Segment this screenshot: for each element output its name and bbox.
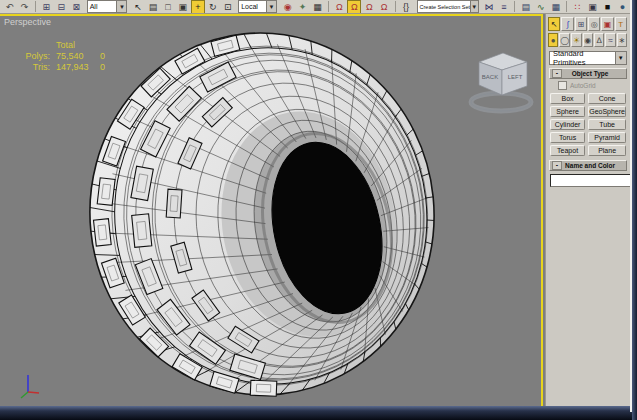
chevron-down-icon[interactable]: ▼	[266, 1, 276, 12]
bind-to-space-warp-icon[interactable]: ⊠	[69, 0, 83, 14]
toolbar-separator	[328, 1, 329, 12]
select-object-icon[interactable]: ↖	[131, 0, 145, 14]
window-bottom-edge	[0, 406, 637, 420]
tab-create[interactable]: ↖	[548, 17, 560, 31]
tris-label: Tris:	[16, 62, 50, 73]
mirror-icon[interactable]: ⋈	[482, 0, 496, 14]
box-button[interactable]: Box	[550, 93, 585, 104]
tab-modify[interactable]: ∫	[561, 17, 573, 31]
rendered-frame-icon[interactable]: ■	[601, 0, 615, 14]
create-categories: ●◯☀◉∆≈∗	[546, 32, 630, 48]
selection-filter-dropdown[interactable]: All▼	[87, 0, 128, 13]
teapot-button[interactable]: Teapot	[550, 145, 585, 156]
toolbar-separator	[35, 1, 36, 12]
category-cameras[interactable]: ◉	[583, 33, 593, 47]
unlink-selection-icon[interactable]: ⊟	[54, 0, 68, 14]
reference-coordinate-dropdown[interactable]: Local▼	[238, 0, 277, 13]
tris-selected: 0	[100, 62, 122, 73]
select-and-manipulate-icon[interactable]: ✦	[296, 0, 310, 14]
snap-toggle-3d-icon[interactable]: Ω	[332, 0, 346, 14]
tab-motion[interactable]: ◎	[588, 17, 600, 31]
render-production-icon[interactable]: ●	[616, 0, 630, 14]
category-space-warps[interactable]: ≈	[605, 33, 615, 47]
select-by-name-icon[interactable]: ▤	[146, 0, 160, 14]
torus-button[interactable]: Torus	[550, 132, 585, 143]
world-axis-tripod	[14, 370, 46, 402]
chevron-down-icon[interactable]: ▼	[615, 52, 626, 64]
viewcube-back-label[interactable]: BACK	[482, 74, 498, 80]
collapse-icon[interactable]: -	[552, 69, 562, 78]
stats-tris-row: Tris: 147,943 0	[16, 62, 122, 73]
spinner-snap-icon[interactable]: Ω	[377, 0, 391, 14]
cylinder-button[interactable]: Cylinder	[550, 119, 585, 130]
tab-hierarchy[interactable]: ⊞	[575, 17, 587, 31]
object-name-input[interactable]	[550, 174, 637, 187]
chevron-down-icon[interactable]: ▼	[116, 1, 126, 12]
select-and-rotate-icon[interactable]: ↻	[206, 0, 220, 14]
curve-editor-icon[interactable]: ∿	[534, 0, 548, 14]
select-and-move-icon[interactable]: +	[191, 0, 205, 14]
tris-total: 147,943	[56, 62, 100, 73]
select-and-scale-icon[interactable]: ⊡	[221, 0, 235, 14]
geosphere-button[interactable]: GeoSphere	[588, 106, 626, 117]
stats-total-header: Total	[56, 40, 100, 51]
rollout-title: Object Type	[564, 70, 616, 77]
polys-label: Polys:	[16, 51, 50, 62]
window-crossing-icon[interactable]: ▣	[176, 0, 190, 14]
plane-button[interactable]: Plane	[588, 145, 626, 156]
selection-filter-dropdown-value: All	[90, 3, 98, 10]
polys-total: 75,540	[56, 51, 100, 62]
command-panel: ↖∫⊞◎▣T ●◯☀◉∆≈∗ Standard Primitives ▼ - O…	[545, 14, 630, 408]
tab-utilities[interactable]: T	[615, 17, 627, 31]
redo-icon[interactable]: ↷	[17, 0, 31, 14]
toolbar-separator	[566, 1, 567, 12]
percent-snap-icon[interactable]: Ω	[362, 0, 376, 14]
named-selection-set-dropdown[interactable]: Create Selection Set▼	[417, 0, 479, 13]
edit-named-selections-icon[interactable]: {}	[399, 0, 413, 14]
polys-selected: 0	[100, 51, 122, 62]
render-setup-icon[interactable]: ▣	[586, 0, 600, 14]
category-geometry[interactable]: ●	[548, 33, 558, 47]
category-systems[interactable]: ∗	[617, 33, 627, 47]
named-selection-set-dropdown-value: Create Selection Set	[420, 4, 470, 10]
3ds-max-window: ↶↷⊞⊟⊠All▼↖▤□▣+↻⊡Local▼◉✦▦ΩΩΩΩ{}Create Se…	[0, 0, 637, 420]
select-and-link-icon[interactable]: ⊞	[39, 0, 53, 14]
autogrid-checkbox[interactable]	[558, 81, 567, 90]
pyramid-button[interactable]: Pyramid	[588, 132, 626, 143]
tube-button[interactable]: Tube	[588, 119, 626, 130]
use-pivot-center-icon[interactable]: ◉	[281, 0, 295, 14]
name-and-color-rollout[interactable]: - Name and Color	[549, 160, 627, 171]
tab-display[interactable]: ▣	[601, 17, 613, 31]
undo-icon[interactable]: ↶	[3, 0, 17, 14]
rectangular-selection-region-icon[interactable]: □	[161, 0, 175, 14]
viewcube-left-label[interactable]: LEFT	[508, 74, 523, 80]
viewport-label[interactable]: Perspective	[4, 17, 51, 27]
autogrid-label: AutoGrid	[570, 82, 596, 89]
toolbar-separator	[514, 1, 515, 12]
object-type-rollout[interactable]: - Object Type	[549, 68, 627, 79]
collapse-icon[interactable]: -	[552, 161, 562, 170]
layer-manager-icon[interactable]: ▤	[519, 0, 533, 14]
material-editor-icon[interactable]: ∷	[571, 0, 585, 14]
sphere-button[interactable]: Sphere	[550, 106, 585, 117]
window-right-border	[632, 0, 637, 420]
category-lights[interactable]: ☀	[571, 33, 581, 47]
stats-header-row: Total	[16, 40, 122, 51]
perspective-viewport[interactable]: Perspective Total Polys: 75,540 0 Tris: …	[0, 14, 543, 406]
object-type-buttons: Box Cone Sphere GeoSphere Cylinder Tube …	[546, 92, 630, 157]
autogrid-row: AutoGrid	[558, 81, 630, 90]
chevron-down-icon[interactable]: ▼	[470, 1, 478, 12]
keyboard-override-icon[interactable]: ▦	[310, 0, 324, 14]
align-icon[interactable]: ≡	[497, 0, 511, 14]
toolbar-separator	[395, 1, 396, 12]
schematic-view-icon[interactable]: ▦	[549, 0, 563, 14]
stats-polys-row: Polys: 75,540 0	[16, 51, 122, 62]
category-helpers[interactable]: ∆	[594, 33, 604, 47]
category-shapes[interactable]: ◯	[559, 33, 570, 47]
angle-snap-icon[interactable]: Ω	[347, 0, 361, 14]
main-toolbar: ↶↷⊞⊟⊠All▼↖▤□▣+↻⊡Local▼◉✦▦ΩΩΩΩ{}Create Se…	[0, 0, 632, 14]
cone-button[interactable]: Cone	[588, 93, 626, 104]
viewcube[interactable]: BACK LEFT	[455, 48, 543, 114]
subcategory-dropdown[interactable]: Standard Primitives ▼	[549, 51, 627, 65]
reference-coordinate-dropdown-value: Local	[241, 3, 258, 10]
